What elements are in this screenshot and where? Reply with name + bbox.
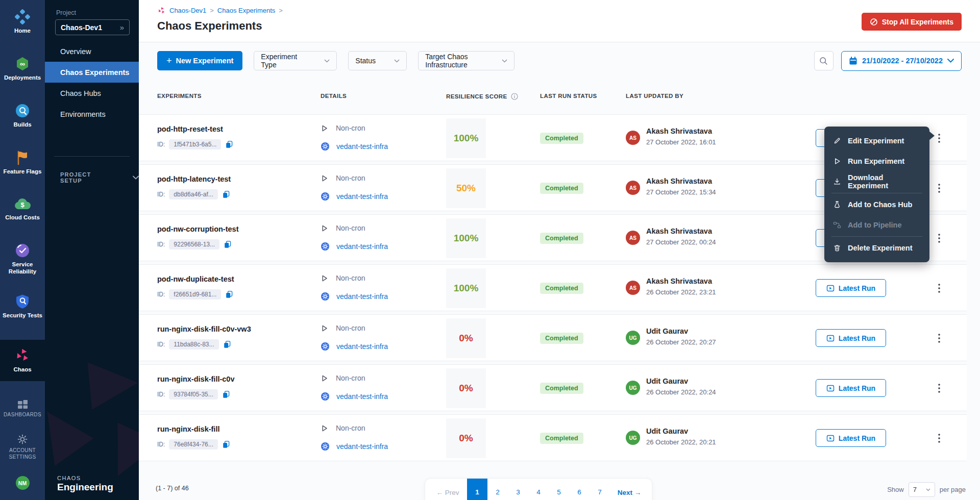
row-options-kebab[interactable] <box>933 330 945 347</box>
sidebar-item-environments[interactable]: Environments <box>45 104 139 124</box>
experiment-name[interactable]: pod-nw-corruption-test <box>157 225 238 233</box>
page-button-7[interactable]: 7 <box>590 478 610 500</box>
nav-service-reliability[interactable]: Service Reliability <box>0 243 45 276</box>
row-options-kebab[interactable] <box>933 130 945 147</box>
row-options-kebab[interactable] <box>933 280 945 297</box>
breadcrumb-project-link[interactable]: Chaos-Dev1 <box>169 7 206 14</box>
user-name: Udit Gaurav <box>646 427 688 435</box>
menu-item-delete-experiment[interactable]: Delete Experiment <box>824 238 929 258</box>
chaos-watermark-icon <box>45 329 139 500</box>
page-button-6[interactable]: 6 <box>569 478 590 500</box>
page-size-control: Show 7 per page <box>887 482 966 497</box>
sidebar-item-chaos-experiments[interactable]: Chaos Experiments <box>45 62 139 83</box>
page-button-2[interactable]: 2 <box>487 478 508 500</box>
infra-link[interactable]: vedant-test-infra <box>336 442 388 451</box>
filter-status[interactable]: Status <box>348 51 407 70</box>
page-button-3[interactable]: 3 <box>508 478 528 500</box>
filter-target-chaos-infrastructure[interactable]: Target Chaos Infrastructure <box>418 51 514 70</box>
infra-link[interactable]: vedant-test-infra <box>336 292 388 301</box>
cloud-costs-icon: $ <box>14 197 31 211</box>
page-button-4[interactable]: 4 <box>528 478 549 500</box>
nav-builds[interactable]: Builds <box>0 103 45 128</box>
user-name: Akash Shrivastava <box>646 227 712 235</box>
experiment-name[interactable]: run-nginx-disk-fill-c0v <box>157 375 234 383</box>
nav-chaos[interactable]: Chaos <box>0 340 45 381</box>
module-nav: Home ∞ Deployments Builds Feature Flags … <box>0 0 45 500</box>
resilience-score: 0% <box>446 368 486 408</box>
sidebar-item-chaos-hubs[interactable]: Chaos Hubs <box>45 83 139 104</box>
project-selector[interactable]: Chaos-Dev1 » <box>55 19 130 35</box>
page-size-select[interactable]: 7 <box>909 482 935 497</box>
kubernetes-icon <box>321 192 330 201</box>
menu-item-edit-experiment[interactable]: Edit Experiment <box>824 131 929 151</box>
row-options-kebab[interactable] <box>933 380 945 397</box>
latest-run-button[interactable]: Latest Run <box>816 379 886 397</box>
experiment-schedule: Non-cron <box>321 374 365 382</box>
latest-run-button[interactable]: Latest Run <box>816 329 886 347</box>
experiment-schedule: Non-cron <box>321 124 365 132</box>
chevron-down-icon <box>324 59 330 63</box>
new-experiment-button[interactable]: + New Experiment <box>157 51 242 70</box>
page-button-1[interactable]: 1 <box>467 478 487 500</box>
date-range-picker[interactable]: 21/10/2022 - 27/10/2022 <box>841 51 962 71</box>
status-badge: Completed <box>540 233 583 244</box>
copy-icon[interactable] <box>222 390 230 399</box>
nav-security-tests[interactable]: Security Tests <box>0 294 45 319</box>
info-icon[interactable] <box>511 93 518 100</box>
row-options-kebab[interactable] <box>933 180 945 197</box>
copy-icon[interactable] <box>225 140 233 149</box>
search-icon <box>819 57 828 65</box>
chevron-down-icon <box>502 59 507 63</box>
project-setup-toggle[interactable]: PROJECT SETUP <box>60 171 139 184</box>
menu-item-run-experiment[interactable]: Run Experiment <box>824 151 929 171</box>
infra-link[interactable]: vedant-test-infra <box>336 392 388 401</box>
pagination-summary: (1 - 7) of 46 <box>156 485 189 492</box>
stop-all-experiments-button[interactable]: Stop All Experiments <box>862 13 962 31</box>
experiment-name[interactable]: pod-http-reset-test <box>157 125 223 133</box>
experiment-id-line: ID: f26651d9-681... <box>157 289 233 299</box>
nav-feature-flags[interactable]: Feature Flags <box>0 150 45 175</box>
menu-item-add-to-pipeline[interactable]: Add to Pipeline <box>824 215 929 235</box>
breadcrumb-page-link[interactable]: Chaos Experiments <box>217 7 275 14</box>
experiment-name[interactable]: run-nginx-disk-fill-c0v-vw3 <box>157 325 251 333</box>
latest-run-button[interactable]: Latest Run <box>816 429 886 447</box>
nav-deployments[interactable]: ∞ Deployments <box>0 56 45 81</box>
menu-item-add-to-chaos-hub[interactable]: Add to Chaos Hub <box>824 194 929 215</box>
row-options-kebab[interactable] <box>933 430 945 447</box>
latest-run-button[interactable]: Latest Run <box>816 279 886 297</box>
infra-link[interactable]: vedant-test-infra <box>336 342 388 351</box>
copy-icon[interactable] <box>222 190 230 199</box>
play-outline-icon <box>321 124 328 132</box>
prev-page-button[interactable]: ← Prev <box>428 489 467 496</box>
service-reliability-icon <box>15 243 30 258</box>
copy-icon[interactable] <box>223 340 231 349</box>
trash-icon <box>833 244 841 252</box>
resilience-score: 100% <box>446 118 486 158</box>
menu-item-download-experiment[interactable]: Download Experiment <box>824 171 929 192</box>
user-name: Akash Shrivastava <box>646 177 712 185</box>
user-avatar: AS <box>626 231 640 245</box>
experiment-name[interactable]: pod-http-latency-test <box>157 175 231 183</box>
copy-icon[interactable] <box>225 290 233 299</box>
nav-cloud-costs[interactable]: $ Cloud Costs <box>0 197 45 221</box>
status-badge: Completed <box>540 333 583 344</box>
filter-experiment-type[interactable]: Experiment Type <box>254 51 337 70</box>
copy-icon[interactable] <box>224 240 232 249</box>
infra-link[interactable]: vedant-test-infra <box>336 242 388 251</box>
nav-dashboards[interactable]: DASHBOARDS <box>0 399 45 418</box>
user-avatar[interactable]: NM <box>0 476 45 490</box>
search-button[interactable] <box>814 51 834 70</box>
next-page-button[interactable]: Next → <box>610 489 649 496</box>
nav-account-settings[interactable]: ACCOUNT SETTINGS <box>0 434 45 460</box>
sidebar-item-overview[interactable]: Overview <box>45 41 139 62</box>
row-options-kebab[interactable] <box>933 230 945 247</box>
copy-icon[interactable] <box>222 440 230 449</box>
infra-link[interactable]: vedant-test-infra <box>336 142 388 151</box>
page-button-5[interactable]: 5 <box>549 478 569 500</box>
user-avatar: AS <box>626 281 640 295</box>
experiment-name[interactable]: pod-nw-duplicate-test <box>157 275 234 283</box>
infra-link[interactable]: vedant-test-infra <box>336 192 388 201</box>
experiment-name[interactable]: run-nginx-disk-fill <box>157 425 219 433</box>
nav-home[interactable]: Home <box>0 9 45 34</box>
user-avatar: UG <box>626 431 640 445</box>
